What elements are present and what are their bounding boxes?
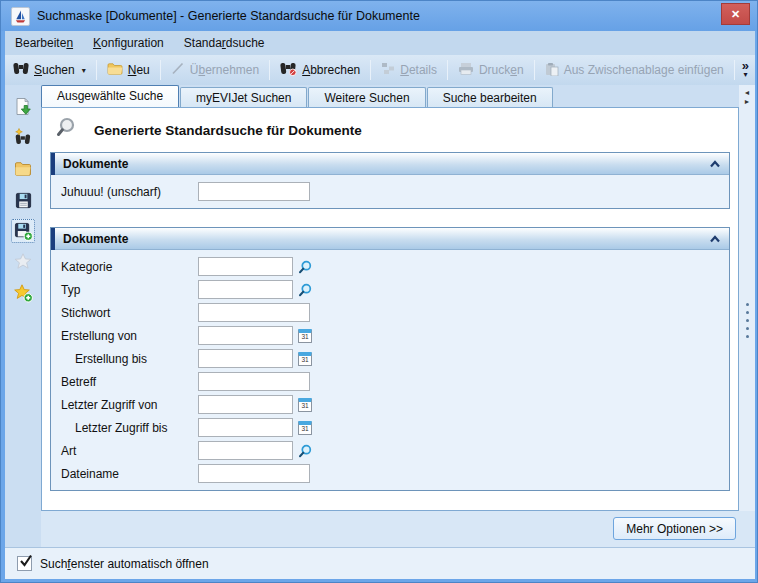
details-button[interactable]: Details	[373, 58, 445, 82]
calendar-icon[interactable]: 31	[298, 329, 312, 343]
group-body: Juhuuu! (unscharf)	[51, 175, 729, 208]
toolbar-separator	[534, 60, 535, 80]
drucken-button[interactable]: Drucken	[450, 58, 532, 82]
abbrechen-button[interactable]: Abbrechen	[272, 58, 368, 83]
splitter-bar[interactable]: ◄ ►	[739, 85, 755, 511]
window-title: Suchmaske [Dokumente] - Generierte Stand…	[37, 9, 420, 23]
calendar-icon[interactable]: 31	[298, 352, 312, 366]
form-row: Stichwort	[51, 301, 729, 324]
lookup-icon[interactable]	[298, 444, 312, 458]
tab-weitere-suchen[interactable]: Weitere Suchen	[308, 87, 425, 107]
overflow-chevron-icon: »	[742, 61, 749, 70]
erstellung-von-input[interactable]	[198, 326, 293, 345]
search-magnifier-icon	[56, 116, 80, 144]
group-dokumente-2: Dokumente Kategorie Typ	[50, 227, 730, 491]
button-label: Abbrechen	[302, 63, 360, 77]
tab-scroll-buttons[interactable]: ◄ ►	[739, 89, 755, 105]
field-label: Erstellung bis	[51, 352, 198, 366]
tab-ausgewaehlte-suche[interactable]: Ausgewählte Suche	[41, 85, 179, 107]
checkmark-icon	[18, 553, 35, 570]
menu-label-part: Bearbeite	[15, 36, 66, 50]
form-row: Betreff	[51, 370, 729, 393]
splitter-grip-icon[interactable]	[739, 303, 755, 338]
field-label: Dateiname	[51, 467, 198, 481]
footer-bar: Mehr Optionen >>	[41, 511, 755, 547]
group-header[interactable]: Dokumente	[51, 228, 729, 250]
tab-scroll-left-icon[interactable]: ◄	[744, 89, 751, 96]
button-label: Übernehmen	[190, 63, 259, 77]
form-row: Juhuuu! (unscharf)	[51, 180, 729, 203]
menu-label-part: onfiguration	[101, 36, 164, 50]
group-title: Dokumente	[63, 157, 128, 171]
uebernehmen-button[interactable]: Übernehmen	[163, 58, 267, 82]
field-label: Juhuuu! (unscharf)	[51, 185, 198, 199]
field-label: Letzter Zugriff von	[51, 398, 198, 412]
tabstrip: Ausgewählte Suche myEVIJet Suchen Weiter…	[41, 85, 554, 107]
menu-standardsuche[interactable]: Standardsuche	[174, 33, 275, 53]
group-accent-bar	[51, 228, 55, 250]
new-folder-icon	[107, 62, 123, 78]
sidebar	[5, 85, 41, 547]
menubar: Bearbeiten Konfiguration Standardsuche	[5, 31, 755, 55]
overflow-arrow-icon: ▾	[743, 70, 747, 79]
betreff-input[interactable]	[198, 372, 310, 391]
main-area: Ausgewählte Suche myEVIJet Suchen Weiter…	[5, 85, 755, 547]
group-body: Kategorie Typ Stichwor	[51, 250, 729, 490]
collapse-chevron-icon[interactable]	[709, 235, 721, 243]
toolbar-overflow-button[interactable]: » ▾	[742, 61, 749, 79]
letzter-zugriff-von-input[interactable]	[198, 395, 293, 414]
kategorie-input[interactable]	[198, 257, 293, 276]
tab-scroll-right-icon[interactable]: ►	[744, 98, 751, 105]
field-label: Typ	[51, 283, 198, 297]
form-row: Dateiname	[51, 462, 729, 485]
button-label: Aus Zwischenablage einfügen	[564, 63, 724, 77]
paste-icon	[545, 62, 559, 79]
tab-suche-bearbeiten[interactable]: Suche bearbeiten	[427, 87, 553, 107]
art-input[interactable]	[198, 441, 293, 460]
aus-zwischenablage-einfuegen-button[interactable]: Aus Zwischenablage einfügen	[537, 58, 732, 83]
close-button[interactable]: ✕	[721, 3, 750, 25]
app-sailboat-icon	[11, 7, 30, 26]
suchfenster-checkbox[interactable]	[17, 556, 32, 571]
tab-myevijet-suchen[interactable]: myEVIJet Suchen	[180, 87, 307, 107]
suchen-button[interactable]: Suchen ▾	[5, 58, 94, 82]
calendar-icon[interactable]: 31	[298, 398, 312, 412]
load-search-icon[interactable]	[11, 95, 35, 119]
favorite-icon[interactable]	[11, 250, 35, 274]
toolbar-separator	[96, 60, 97, 80]
letzter-zugriff-bis-input[interactable]	[198, 418, 293, 437]
chevron-down-icon[interactable]: ▾	[82, 66, 86, 75]
save-search-icon[interactable]	[11, 188, 35, 212]
button-label: Neu	[128, 63, 150, 77]
checkbox-label[interactable]: Suchfenster automatisch öffnen	[40, 557, 209, 571]
calendar-icon[interactable]: 31	[298, 421, 312, 435]
menu-bearbeiten[interactable]: Bearbeiten	[5, 33, 83, 53]
group-accent-bar	[51, 153, 55, 175]
field-label: Betreff	[51, 375, 198, 389]
neu-button[interactable]: Neu	[99, 58, 158, 82]
typ-input[interactable]	[198, 280, 293, 299]
binoculars-cancel-icon	[280, 62, 297, 79]
group-header[interactable]: Dokumente	[51, 153, 729, 175]
open-folder-icon[interactable]	[11, 157, 35, 181]
details-icon	[381, 62, 395, 78]
juhuuu-input[interactable]	[198, 182, 310, 201]
field-label: Art	[51, 444, 198, 458]
menu-label-part: Standa	[184, 36, 222, 50]
content-panel: Generierte Standardsuche für Dokumente D…	[41, 107, 739, 511]
save-search-as-icon[interactable]	[11, 219, 35, 243]
add-favorite-icon[interactable]	[11, 281, 35, 305]
menu-accesskey: n	[66, 36, 73, 50]
dateiname-input[interactable]	[198, 464, 310, 483]
group-title: Dokumente	[63, 232, 128, 246]
new-search-icon[interactable]	[11, 126, 35, 150]
lookup-icon[interactable]	[298, 260, 312, 274]
field-label: Kategorie	[51, 260, 198, 274]
stichwort-input[interactable]	[198, 303, 310, 322]
mehr-optionen-button[interactable]: Mehr Optionen >>	[613, 517, 736, 540]
erstellung-bis-input[interactable]	[198, 349, 293, 368]
lookup-icon[interactable]	[298, 283, 312, 297]
menu-konfiguration[interactable]: Konfiguration	[83, 33, 174, 53]
collapse-chevron-icon[interactable]	[709, 160, 721, 168]
form-row: Letzter Zugriff bis 31	[51, 416, 729, 439]
